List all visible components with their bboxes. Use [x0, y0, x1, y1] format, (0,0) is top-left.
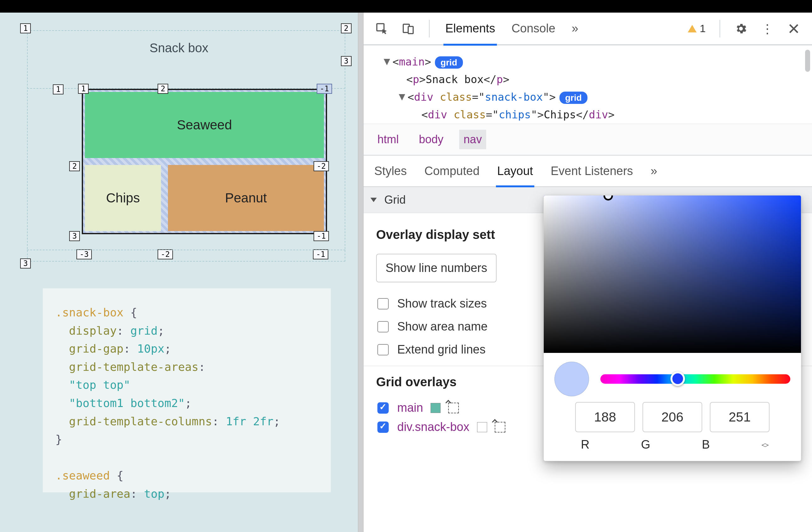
subtab-events[interactable]: Event Listeners — [549, 155, 634, 187]
current-color-swatch[interactable] — [554, 362, 589, 396]
grid-line-chip: 3 — [69, 231, 80, 241]
checkbox[interactable] — [377, 298, 389, 309]
grid-line-chip: 2 — [69, 161, 80, 171]
subtab-layout[interactable]: Layout — [496, 155, 534, 187]
grid-line-chip: 1 — [53, 84, 63, 95]
grid-line-chip: -1 — [314, 231, 329, 241]
css-code-block: .snack-box { display: grid; grid-gap: 10… — [43, 288, 331, 492]
grid-line-chip: -1 — [313, 249, 328, 260]
grid-line-chip: 1 — [20, 23, 31, 33]
checkbox[interactable] — [377, 421, 389, 433]
overlay-options-icon[interactable] — [448, 403, 459, 413]
r-label: R — [581, 438, 589, 451]
grid-item-seaweed: Seaweed — [85, 92, 324, 158]
color-field[interactable] — [544, 195, 801, 353]
rendered-page-pane: Snack box Seaweed Chips Peanut 1 2 3 3 1… — [0, 13, 358, 504]
styles-subtabs: Styles Computed Layout Event Listeners » — [364, 155, 812, 187]
snack-box-grid: Seaweed Chips Peanut — [82, 89, 327, 234]
format-stepper-icon[interactable]: ︿﹀ — [762, 441, 770, 449]
crumb-html[interactable]: html — [373, 130, 403, 149]
grid-item-peanut: Peanut — [168, 165, 324, 231]
grid-line-chip: 3 — [20, 258, 31, 268]
subtab-computed[interactable]: Computed — [423, 155, 480, 187]
tab-elements[interactable]: Elements — [444, 12, 497, 45]
b-input[interactable]: 251 — [710, 402, 770, 432]
g-input[interactable]: 206 — [642, 402, 702, 432]
crumb-body[interactable]: body — [415, 130, 448, 149]
devtools-panel: Elements Console » 1 ⋮ ▼<main>grid <p>Sn… — [364, 13, 812, 532]
warnings-badge[interactable]: 1 — [688, 22, 706, 34]
tab-console[interactable]: Console — [509, 12, 557, 45]
close-icon[interactable] — [787, 22, 801, 36]
grid-line-chip: -1 — [317, 84, 332, 94]
grid-badge[interactable]: grid — [435, 56, 463, 69]
r-input[interactable]: 188 — [575, 402, 635, 432]
devtools-window: Snack box Seaweed Chips Peanut 1 2 3 3 1… — [0, 13, 812, 532]
color-swatch[interactable] — [431, 403, 440, 413]
g-label: G — [641, 438, 650, 451]
color-picker-popover: 188 206 251 R G B ︿﹀ — [543, 195, 801, 461]
breadcrumb: html body nav — [364, 124, 812, 155]
pane-divider[interactable] — [358, 13, 364, 532]
line-numbers-select[interactable]: Show line numbers — [376, 254, 496, 282]
hue-knob[interactable] — [670, 372, 685, 386]
subtab-styles[interactable]: Styles — [373, 155, 408, 187]
crumb-nav[interactable]: nav — [459, 130, 486, 149]
checkbox[interactable] — [377, 321, 389, 333]
grid-line-chip: 3 — [341, 56, 352, 66]
checkbox[interactable] — [377, 402, 389, 414]
b-label: B — [702, 438, 710, 451]
grid-line-chip: 2 — [158, 84, 168, 94]
inspect-icon[interactable] — [375, 22, 389, 36]
svg-rect-2 — [408, 26, 413, 34]
hue-slider[interactable] — [600, 374, 790, 384]
color-field-knob[interactable] — [604, 195, 613, 200]
grid-line-chip: -3 — [76, 249, 92, 260]
grid-line-chip: -2 — [158, 249, 173, 260]
device-toggle-icon[interactable] — [401, 22, 415, 36]
grid-line-chip: 2 — [341, 23, 352, 33]
subtabs-overflow[interactable]: » — [649, 155, 658, 187]
warning-icon — [688, 25, 697, 32]
color-swatch[interactable] — [477, 422, 487, 432]
dom-tree[interactable]: ▼<main>grid <p>Snack box</p> ▼<div class… — [364, 45, 812, 124]
checkbox[interactable] — [377, 344, 389, 355]
grid-item-chips: Chips — [85, 165, 161, 231]
tabs-overflow[interactable]: » — [570, 12, 580, 45]
scrollbar-thumb[interactable] — [805, 50, 810, 72]
gear-icon[interactable] — [734, 22, 748, 36]
grid-line-chip: -2 — [314, 161, 329, 171]
kebab-menu-icon[interactable]: ⋮ — [760, 22, 774, 36]
grid-line-chip: 1 — [78, 84, 89, 94]
devtools-top-bar: Elements Console » 1 ⋮ — [364, 13, 812, 45]
overlay-options-icon[interactable] — [495, 422, 505, 433]
outer-grid-overlay: Seaweed Chips Peanut 1 2 3 3 1 2 3 1 2 -… — [27, 30, 345, 262]
grid-badge[interactable]: grid — [560, 92, 588, 104]
chevron-down-icon — [371, 198, 377, 202]
